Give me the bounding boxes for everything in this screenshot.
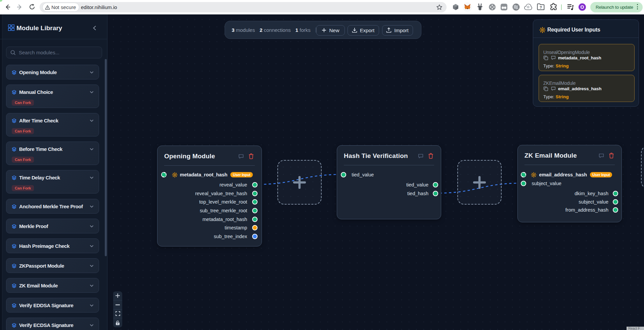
svg-text:?: ?	[540, 5, 542, 9]
